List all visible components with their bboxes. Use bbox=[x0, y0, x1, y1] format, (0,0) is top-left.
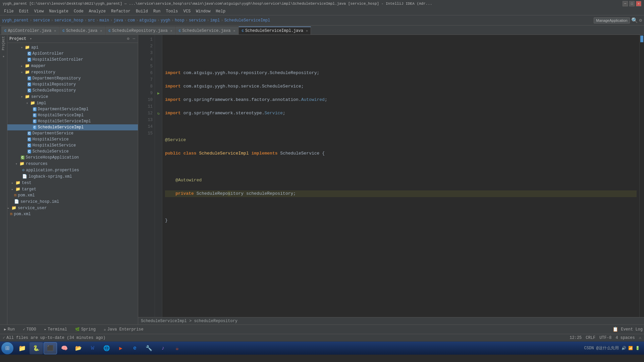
tree-hosp-service-impl[interactable]: C HospitalServiceImpl bbox=[7, 112, 138, 118]
favorites-icon[interactable]: ★ bbox=[2, 54, 4, 58]
tree-api-folder[interactable]: ▾ 📁 api bbox=[7, 44, 138, 51]
tab-api-controller[interactable]: C ApiController.java ✕ bbox=[1, 26, 59, 35]
start-button[interactable]: ⊞ bbox=[1, 342, 13, 354]
reload-indicator-12[interactable]: ↻ bbox=[157, 111, 160, 116]
bc-impl[interactable]: impl bbox=[210, 18, 220, 23]
bc-main[interactable]: main bbox=[99, 18, 109, 23]
bc-service[interactable]: service bbox=[33, 18, 50, 23]
tree-iml[interactable]: 📄 service_hosp.iml bbox=[7, 198, 138, 205]
tree-resources-folder[interactable]: ▾ 📁 resources bbox=[7, 161, 138, 167]
tree-mapper-folder[interactable]: ▸ 📁 mapper bbox=[7, 63, 138, 69]
taskbar-app-explorer[interactable]: 📁 bbox=[15, 342, 29, 354]
menu-edit[interactable]: Edit bbox=[16, 8, 32, 14]
tree-repository-folder[interactable]: ▾ 📁 repository bbox=[7, 69, 138, 75]
tree-service-user[interactable]: ▸ 📁 service_user bbox=[7, 205, 138, 211]
bc-service2[interactable]: service bbox=[189, 18, 206, 23]
code-editor[interactable]: 1 2 3 4 5 6 7 8 9 10 11 12 13 14 15 bbox=[138, 35, 644, 317]
tree-impl-folder[interactable]: ▾ 📁 impl bbox=[7, 100, 138, 106]
tree-target-folder[interactable]: ▸ 📁 target bbox=[7, 186, 138, 192]
encoding[interactable]: UTF-8 bbox=[599, 336, 611, 340]
taskbar-app-terminal[interactable]: ⬛ bbox=[44, 342, 57, 354]
tab-close-schedule[interactable]: ✕ bbox=[100, 29, 102, 33]
menu-window[interactable]: Window bbox=[193, 8, 213, 14]
gear-icon[interactable]: ⚙ bbox=[126, 36, 130, 42]
taskbar-app-media[interactable]: ▶ bbox=[114, 342, 127, 354]
taskbar-app-files[interactable]: 📂 bbox=[72, 342, 85, 354]
taskbar-app-intellij[interactable]: 🧠 bbox=[58, 342, 71, 354]
tree-schedule-repo[interactable]: C ScheduleRepository bbox=[7, 87, 138, 94]
bottom-tab-java-enterprise[interactable]: ☕ Java Enterprise bbox=[101, 326, 146, 333]
event-log-label[interactable]: Event Log bbox=[621, 327, 643, 332]
bottom-tab-run[interactable]: ▶ Run bbox=[1, 326, 17, 333]
tree-hosp-service[interactable]: C HospitalService bbox=[7, 136, 138, 142]
bc-schedule-service-impl[interactable]: ScheduleServiceImpl bbox=[224, 18, 270, 23]
bc-com[interactable]: com bbox=[128, 18, 135, 23]
taskbar-app-word[interactable]: W bbox=[86, 342, 99, 354]
menu-analyze[interactable]: Analyze bbox=[86, 8, 108, 14]
menu-help[interactable]: Help bbox=[213, 8, 228, 14]
tree-hosp-set-service[interactable]: C HospitalSetService bbox=[7, 142, 138, 148]
tab-close-api[interactable]: ✕ bbox=[54, 29, 56, 33]
bottom-tab-terminal[interactable]: ▸ Terminal bbox=[42, 326, 70, 333]
bc-atguigu[interactable]: atguigu bbox=[139, 18, 156, 23]
run-indicator-9[interactable]: ▶ bbox=[157, 91, 160, 96]
taskbar-app-ie[interactable]: e bbox=[128, 342, 142, 354]
tab-close-impl[interactable]: ✕ bbox=[306, 29, 308, 33]
menu-view[interactable]: View bbox=[32, 8, 47, 14]
taskbar-app-browser[interactable]: 🌐 bbox=[100, 342, 113, 354]
menu-vcs[interactable]: VCS bbox=[181, 8, 194, 14]
tree-pom-xml[interactable]: m pom.xml bbox=[7, 192, 138, 198]
bc-yygh-parent[interactable]: yygh_parent bbox=[2, 18, 29, 23]
collapse-icon[interactable]: — bbox=[132, 36, 136, 42]
cursor-position[interactable]: 12:25 bbox=[570, 336, 582, 340]
tree-dept-service-impl[interactable]: C DepartmentServiceImpl bbox=[7, 106, 138, 112]
bc-src[interactable]: src bbox=[88, 18, 95, 23]
tree-department-repo[interactable]: C DepartmentRepository bbox=[7, 75, 138, 81]
code-content[interactable]: import com.atguigu.yygh.hosp.repository.… bbox=[162, 35, 639, 317]
tab-schedule-repo[interactable]: C ScheduleRepository.java ✕ bbox=[106, 26, 175, 35]
tree-schedule-service[interactable]: C ScheduleService bbox=[7, 148, 138, 155]
tab-schedule[interactable]: C Schedule.java ✕ bbox=[59, 26, 105, 35]
settings-icon[interactable]: ⚙ bbox=[639, 17, 642, 23]
bc-service-hosp[interactable]: service_hosp bbox=[54, 18, 83, 23]
bc-java[interactable]: java bbox=[114, 18, 123, 23]
tree-schedule-service-impl[interactable]: C ScheduleServiceImpl bbox=[7, 124, 138, 130]
project-label[interactable]: Project bbox=[2, 36, 5, 50]
tree-hospital-repo[interactable]: C HospitalRepository bbox=[7, 81, 138, 87]
bc-yygh[interactable]: yygh bbox=[161, 18, 170, 23]
tab-schedule-service-impl[interactable]: C ScheduleServiceImpl.java ✕ bbox=[238, 26, 311, 35]
tree-hospital-set-controller[interactable]: C HospitalSetController bbox=[7, 57, 138, 63]
project-dropdown-icon[interactable]: ▾ bbox=[30, 37, 32, 41]
tree-root-pom[interactable]: m pom.xml bbox=[7, 211, 138, 217]
menu-navigate[interactable]: Navigate bbox=[46, 8, 71, 14]
search-icon[interactable]: 🔍 bbox=[631, 17, 638, 24]
tree-dept-service[interactable]: C DepartmentService bbox=[7, 130, 138, 136]
tab-close-repo[interactable]: ✕ bbox=[170, 29, 172, 33]
tree-service-hosp-app[interactable]: C ServiceHospApplication bbox=[7, 155, 138, 161]
taskbar-app-music[interactable]: ♪ bbox=[156, 342, 170, 354]
line-ending[interactable]: CRLF bbox=[586, 336, 595, 340]
menu-file[interactable]: File bbox=[1, 8, 16, 14]
event-log-icon[interactable]: 📋 bbox=[612, 326, 618, 332]
menu-refactor[interactable]: Refactor bbox=[108, 8, 133, 14]
close-button[interactable]: ✕ bbox=[636, 1, 641, 6]
menu-code[interactable]: Code bbox=[71, 8, 86, 14]
manage-app-button[interactable]: ManageApplication bbox=[594, 17, 630, 23]
bottom-tab-todo[interactable]: ✓ TODO bbox=[20, 326, 39, 333]
menu-run[interactable]: Run bbox=[151, 8, 163, 14]
maximize-button[interactable]: □ bbox=[629, 1, 635, 6]
tree-hosp-set-service-impl[interactable]: C HospitalSetServiceImpl bbox=[7, 118, 138, 124]
tree-test-folder[interactable]: ▸ 📁 test bbox=[7, 180, 138, 186]
taskbar-app-pycharm[interactable]: 🐍 bbox=[30, 342, 43, 354]
indent-info[interactable]: 4 spaces bbox=[615, 336, 635, 340]
tree-service-folder[interactable]: ▾ 📁 service bbox=[7, 94, 138, 100]
tab-schedule-service[interactable]: C ScheduleService.java ✕ bbox=[176, 26, 238, 35]
tab-close-service[interactable]: ✕ bbox=[233, 29, 235, 33]
taskbar-app-tools[interactable]: 🔧 bbox=[142, 342, 156, 354]
minimize-button[interactable]: ─ bbox=[623, 1, 628, 6]
menu-build[interactable]: Build bbox=[133, 8, 151, 14]
bottom-tab-spring[interactable]: 🌿 Spring bbox=[72, 326, 98, 333]
tree-logback[interactable]: 📄 logback-spring.xml bbox=[7, 173, 138, 180]
tree-app-properties[interactable]: ⚙ application.properties bbox=[7, 167, 138, 173]
tree-api-controller[interactable]: C ApiController bbox=[7, 51, 138, 57]
